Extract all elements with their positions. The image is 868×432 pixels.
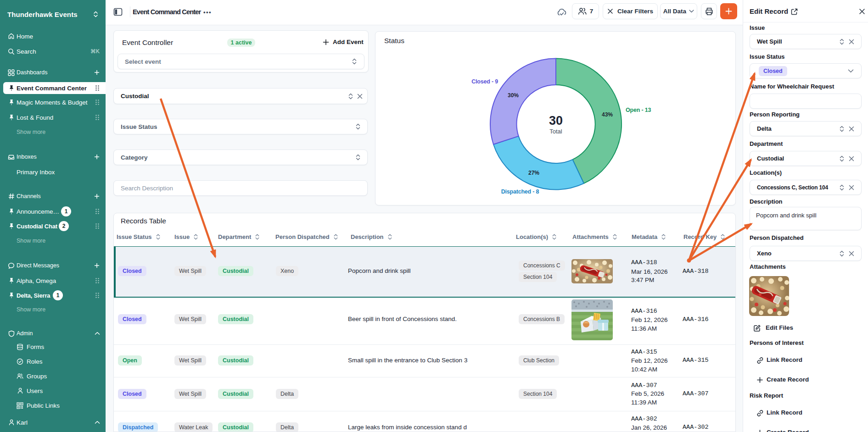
svg-text:Closed - 9: Closed - 9 bbox=[471, 78, 498, 85]
svg-text:Dispatched - 8: Dispatched - 8 bbox=[501, 188, 539, 195]
svg-text:27%: 27% bbox=[528, 170, 539, 176]
svg-text:Total: Total bbox=[549, 128, 562, 135]
svg-text:30%: 30% bbox=[508, 92, 519, 99]
svg-text:30: 30 bbox=[549, 114, 563, 127]
svg-text:Open - 13: Open - 13 bbox=[626, 107, 651, 113]
svg-text:43%: 43% bbox=[602, 111, 613, 118]
